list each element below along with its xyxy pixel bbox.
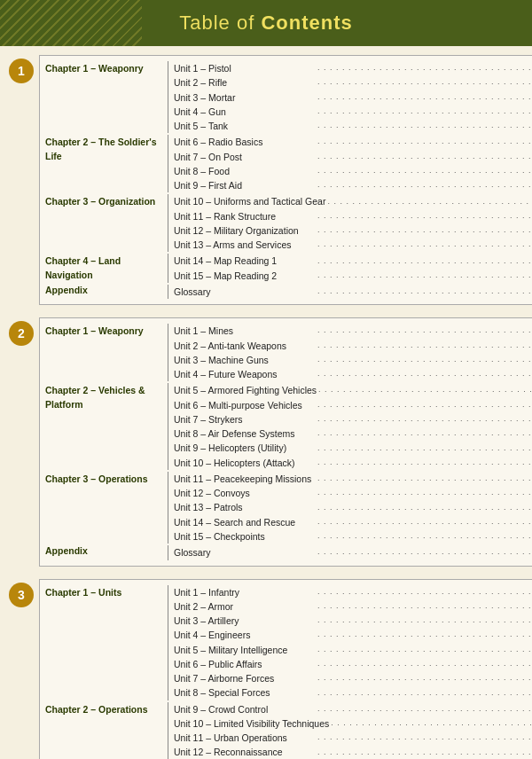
unit-name: Unit 8 – Air Defense Systems xyxy=(174,426,316,441)
units-list: Unit 11 – Peacekeeping Missions18Unit 12… xyxy=(168,472,532,544)
unit-row: Unit 10 – Helicopters (Attack)17 xyxy=(174,456,532,470)
unit-row: Unit 2 – Armor6 xyxy=(174,599,532,614)
unit-name: Unit 11 – Urban Operations xyxy=(174,731,316,745)
unit-row: Unit 1 – Mines4 xyxy=(174,324,532,338)
unit-dots xyxy=(316,426,532,441)
unit-row: Unit 6 – Public Affairs11 xyxy=(174,657,532,671)
units-list: Unit 5 – Armored Fighting Vehicles10Unit… xyxy=(168,383,532,470)
unit-row: Unit 15 – Checkpoints26 xyxy=(174,529,532,544)
unit-row: Unit 10 – Uniforms and Tactical Gear16 xyxy=(174,194,532,208)
unit-name: Unit 2 – Anti-tank Weapons xyxy=(174,339,316,353)
units-list: Unit 1 – Pistol4Unit 2 – Rifle5Unit 3 – … xyxy=(168,61,532,133)
appendix-label: Appendix xyxy=(45,545,168,559)
unit-dots xyxy=(316,209,532,223)
appendix-units: Glossary28 xyxy=(168,285,532,299)
chapter-group-v3-c1: Chapter 1 – UnitsUnit 1 – Infantry4Unit … xyxy=(45,585,532,700)
chapter-group-v1-c2: Chapter 2 – The Soldier's LifeUnit 6 – R… xyxy=(45,135,532,192)
glossary-dots xyxy=(316,285,532,299)
unit-dots xyxy=(316,75,532,90)
unit-name: Unit 1 – Mines xyxy=(174,324,316,338)
unit-row: Unit 7 – On Post12 xyxy=(174,150,532,164)
unit-dots xyxy=(316,105,532,119)
glossary-row: Glossary28 xyxy=(174,285,532,299)
appendix-row: AppendixGlossary28 xyxy=(45,545,532,559)
unit-dots xyxy=(316,398,532,412)
unit-dots xyxy=(316,456,532,470)
unit-dots xyxy=(316,657,532,671)
unit-dots xyxy=(316,164,532,178)
unit-row: Unit 11 – Peacekeeping Missions18 xyxy=(174,472,532,486)
unit-dots xyxy=(329,716,532,731)
volume-1: 1Chapter 1 – WeaponryUnit 1 – Pistol4Uni… xyxy=(9,55,523,305)
unit-dots xyxy=(316,412,532,426)
unit-name: Unit 6 – Public Affairs xyxy=(174,657,316,671)
unit-dots xyxy=(316,702,532,716)
unit-dots xyxy=(316,671,532,685)
appendix-units: Glossary28 xyxy=(168,545,532,559)
volume-content-2: Chapter 1 – WeaponryUnit 1 – Mines4Unit … xyxy=(39,317,532,566)
unit-name: Unit 5 – Tank xyxy=(174,119,316,133)
unit-name: Unit 5 – Military Intelligence xyxy=(174,643,316,657)
unit-dots xyxy=(316,254,532,268)
appendix-label: Appendix xyxy=(45,285,168,299)
chapter-label: Chapter 1 – Weaponry xyxy=(45,61,168,133)
glossary-dots xyxy=(316,545,532,559)
unit-name: Unit 9 – Helicopters (Utility) xyxy=(174,441,316,455)
unit-dots xyxy=(316,324,532,338)
glossary-name: Glossary xyxy=(174,545,316,559)
unit-name: Unit 7 – On Post xyxy=(174,150,316,164)
unit-name: Unit 1 – Infantry xyxy=(174,585,316,599)
units-list: Unit 14 – Map Reading 124Unit 15 – Map R… xyxy=(168,254,532,283)
unit-name: Unit 2 – Rifle xyxy=(174,75,316,90)
unit-dots xyxy=(316,486,532,500)
unit-name: Unit 2 – Armor xyxy=(174,599,316,614)
chapter-group-v3-c2: Chapter 2 – OperationsUnit 9 – Crowd Con… xyxy=(45,702,532,759)
unit-row: Unit 11 – Rank Structure18 xyxy=(174,209,532,223)
unit-row: Unit 14 – Search and Rescue24 xyxy=(174,515,532,529)
unit-row: Unit 13 – Patrols22 xyxy=(174,500,532,514)
chapter-label: Chapter 2 – Vehicles & Platform xyxy=(45,383,168,470)
unit-row: Unit 2 – Anti-tank Weapons6 xyxy=(174,339,532,353)
unit-row: Unit 3 – Mortar6 xyxy=(174,90,532,105)
unit-name: Unit 11 – Peacekeeping Missions xyxy=(174,472,316,486)
unit-name: Unit 14 – Map Reading 1 xyxy=(174,254,316,268)
unit-name: Unit 10 – Helicopters (Attack) xyxy=(174,456,316,470)
unit-dots xyxy=(316,745,532,759)
chapter-label: Chapter 1 – Weaponry xyxy=(45,324,168,381)
unit-row: Unit 2 – Rifle5 xyxy=(174,75,532,90)
unit-row: Unit 9 – Crowd Control14 xyxy=(174,702,532,716)
volume-content-1: Chapter 1 – WeaponryUnit 1 – Pistol4Unit… xyxy=(39,55,532,305)
units-list: Unit 6 – Radio Basics10Unit 7 – On Post1… xyxy=(168,135,532,192)
chapter-group-v2-c3: Chapter 3 – OperationsUnit 11 – Peacekee… xyxy=(45,472,532,544)
unit-dots xyxy=(316,150,532,164)
volume-2: 2Chapter 1 – WeaponryUnit 1 – Mines4Unit… xyxy=(9,317,523,566)
unit-dots xyxy=(316,628,532,642)
unit-dots xyxy=(316,90,532,105)
unit-row: Unit 4 – Engineers8 xyxy=(174,628,532,642)
unit-name: Unit 13 – Arms and Services xyxy=(174,238,316,252)
unit-row: Unit 6 – Radio Basics10 xyxy=(174,135,532,149)
volume-badge-2: 2 xyxy=(9,321,34,346)
unit-dots xyxy=(316,178,532,192)
unit-name: Unit 5 – Armored Fighting Vehicles xyxy=(174,383,317,397)
chapter-group-v2-c2: Chapter 2 – Vehicles & PlatformUnit 5 – … xyxy=(45,383,532,470)
unit-row: Unit 10 – Limited Visibility Techniques1… xyxy=(174,716,532,731)
unit-row: Unit 5 – Armored Fighting Vehicles10 xyxy=(174,383,532,397)
units-list: Unit 1 – Mines4Unit 2 – Anti-tank Weapon… xyxy=(168,324,532,381)
unit-name: Unit 3 – Mortar xyxy=(174,90,316,105)
unit-name: Unit 3 – Artillery xyxy=(174,614,316,628)
unit-row: Unit 3 – Artillery7 xyxy=(174,614,532,628)
unit-dots xyxy=(316,367,532,381)
unit-dots xyxy=(316,353,532,367)
unit-name: Unit 13 – Patrols xyxy=(174,500,316,514)
chapter-group-v1-c1: Chapter 1 – WeaponryUnit 1 – Pistol4Unit… xyxy=(45,61,532,133)
unit-dots xyxy=(316,135,532,149)
unit-dots xyxy=(316,643,532,657)
unit-row: Unit 14 – Map Reading 124 xyxy=(174,254,532,268)
unit-dots xyxy=(316,339,532,353)
unit-row: Unit 5 – Military Intelligence10 xyxy=(174,643,532,657)
unit-row: Unit 11 – Urban Operations18 xyxy=(174,731,532,745)
unit-row: Unit 8 – Special Forces13 xyxy=(174,685,532,700)
unit-name: Unit 4 – Future Weapons xyxy=(174,367,316,381)
units-list: Unit 9 – Crowd Control14Unit 10 – Limite… xyxy=(168,702,532,759)
